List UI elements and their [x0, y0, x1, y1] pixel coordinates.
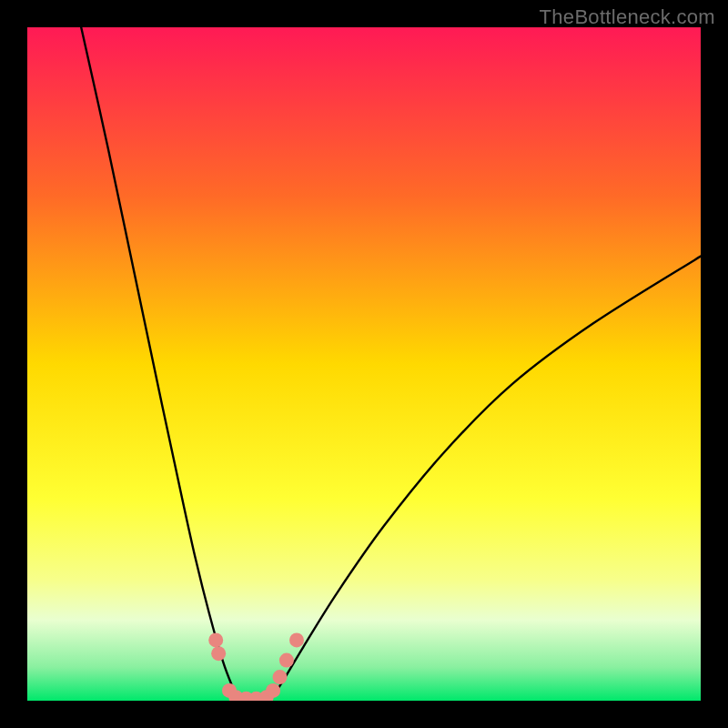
chart-background: [27, 27, 701, 701]
plot-area: [27, 27, 701, 701]
curve-marker: [279, 653, 294, 668]
curve-marker: [289, 632, 304, 647]
watermark-text: TheBottleneck.com: [540, 5, 715, 29]
curve-marker: [211, 646, 226, 661]
curve-marker: [266, 683, 280, 698]
curve-marker: [273, 670, 288, 684]
curve-marker: [208, 632, 223, 647]
chart-frame: TheBottleneck.com: [0, 0, 728, 728]
chart-svg: [27, 27, 701, 701]
